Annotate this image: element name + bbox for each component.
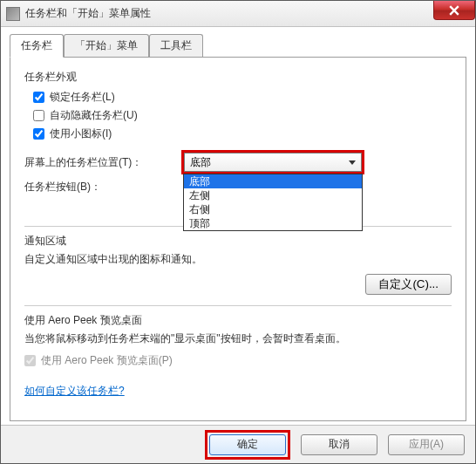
close-button[interactable] — [433, 1, 475, 20]
help-link[interactable]: 如何自定义该任务栏? — [24, 384, 125, 399]
tab-strip: 任务栏 「开始」菜单 工具栏 — [10, 34, 466, 57]
tab-body: 任务栏外观 锁定任务栏(L) 自动隐藏任务栏(U) 使用小图标(I) 屏幕上的任… — [10, 57, 466, 421]
ok-button[interactable]: 确定 — [209, 434, 286, 455]
aero-text: 当您将鼠标移动到任务栏末端的"显示桌面"按钮时，会暂时查看桌面。 — [24, 331, 452, 346]
label-aero-peek: 使用 Aero Peek 预览桌面(P) — [41, 353, 173, 368]
chevron-down-icon — [349, 160, 356, 165]
button-bar: 确定 取消 应用(A) — [1, 425, 475, 463]
label-small-icons: 使用小图标(I) — [50, 126, 112, 141]
dropdown-option-bottom[interactable]: 底部 — [184, 174, 362, 188]
row-position: 屏幕上的任务栏位置(T)： 底部 底部 左侧 右侧 顶部 — [24, 150, 452, 174]
notification-text: 自定义通知区域中出现的图标和通知。 — [24, 252, 452, 267]
titlebar: 任务栏和「开始」菜单属性 — [1, 1, 475, 27]
row-small-icons: 使用小图标(I) — [33, 126, 452, 141]
customize-button[interactable]: 自定义(C)... — [365, 274, 452, 295]
checkbox-lock-taskbar[interactable] — [33, 92, 44, 103]
dropdown-option-top[interactable]: 顶部 — [184, 216, 362, 230]
tab-taskbar[interactable]: 任务栏 — [10, 34, 64, 58]
dropdown-position-list: 底部 左侧 右侧 顶部 — [183, 174, 363, 231]
label-position: 屏幕上的任务栏位置(T)： — [24, 155, 181, 170]
label-taskbar-buttons: 任务栏按钮(B)： — [24, 180, 181, 194]
client-area: 任务栏 「开始」菜单 工具栏 任务栏外观 锁定任务栏(L) 自动隐藏任务栏(U)… — [1, 27, 475, 425]
dropdown-option-right[interactable]: 右侧 — [184, 202, 362, 216]
tab-start-menu[interactable]: 「开始」菜单 — [64, 34, 149, 57]
section-notification: 通知区域 自定义通知区域中出现的图标和通知。 自定义(C)... — [24, 234, 452, 295]
group-appearance-title: 任务栏外观 — [24, 70, 452, 85]
tab-toolbars[interactable]: 工具栏 — [149, 34, 203, 57]
dropdown-position-closed[interactable]: 底部 — [184, 153, 362, 172]
dialog-window: 任务栏和「开始」菜单属性 任务栏 「开始」菜单 工具栏 任务栏外观 锁定任务栏(… — [0, 0, 476, 464]
checkbox-auto-hide[interactable] — [33, 110, 44, 121]
row-lock-taskbar: 锁定任务栏(L) — [33, 90, 452, 105]
apply-button[interactable]: 应用(A) — [388, 434, 465, 455]
dropdown-position[interactable]: 底部 底部 左侧 右侧 顶部 — [181, 150, 364, 174]
dropdown-position-value: 底部 — [190, 155, 211, 170]
label-lock-taskbar: 锁定任务栏(L) — [50, 90, 115, 105]
row-auto-hide: 自动隐藏任务栏(U) — [33, 108, 452, 123]
aero-title: 使用 Aero Peek 预览桌面 — [24, 313, 452, 328]
section-aero: 使用 Aero Peek 预览桌面 当您将鼠标移动到任务栏末端的"显示桌面"按钮… — [24, 313, 452, 368]
dropdown-option-left[interactable]: 左侧 — [184, 188, 362, 202]
row-aero-checkbox: 使用 Aero Peek 预览桌面(P) — [24, 353, 452, 368]
checkbox-small-icons[interactable] — [33, 128, 44, 140]
checkbox-aero-peek — [24, 355, 36, 366]
cancel-button[interactable]: 取消 — [301, 434, 377, 455]
window-title: 任务栏和「开始」菜单属性 — [25, 6, 151, 21]
window-icon — [6, 7, 20, 21]
divider-2 — [24, 305, 452, 306]
close-icon — [449, 5, 459, 16]
label-auto-hide: 自动隐藏任务栏(U) — [50, 108, 138, 123]
notification-title: 通知区域 — [24, 234, 452, 249]
ok-highlight: 确定 — [205, 430, 290, 460]
